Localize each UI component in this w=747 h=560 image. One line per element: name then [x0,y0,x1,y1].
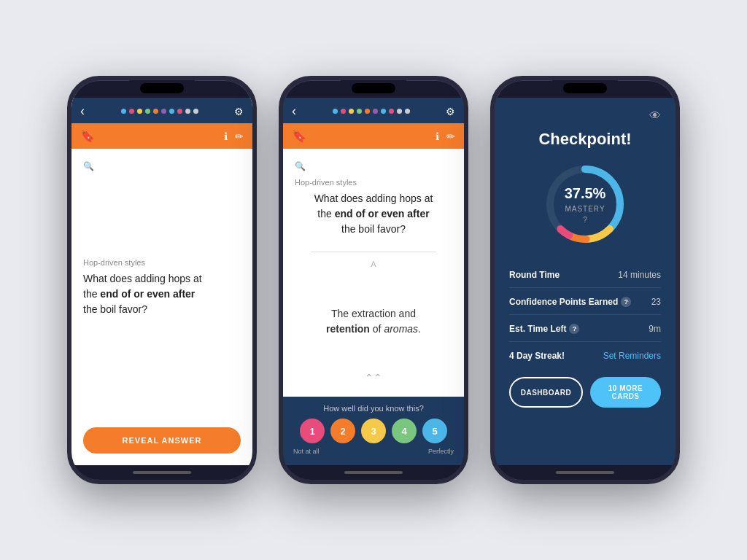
search-icon-1: 🔍 [83,161,94,171]
info-icon-1[interactable]: ℹ [224,131,228,142]
rating-perfectly-label: Perfectly [428,448,454,455]
dynamic-island-2 [352,83,395,93]
mastery-label-text: MASTERY [565,205,605,213]
streak-text: 4 Day Streak! [509,351,565,361]
notch-1 [129,80,195,96]
back-button-1[interactable]: ‹ [80,104,85,119]
screen-2: ‹ ⚙ 🔖 ℹ ✏ [283,98,464,465]
dashboard-button[interactable]: DASHBOARD [509,377,583,408]
card-area-1: 🔍 Hop-driven styles What does adding hop… [71,149,252,419]
mastery-percent-value: 37.5% [565,185,606,201]
dot-2-4 [357,109,362,114]
dot-2-7 [381,109,386,114]
rating-btn-2[interactable]: 2 [330,419,355,443]
answer-icon-2: A [295,260,452,268]
phone-bottom-3 [495,465,676,480]
dot-2-2 [341,109,346,114]
phone-1: ‹ ⚙ 🔖 ℹ ✏ [67,76,257,484]
top-nav-1: ‹ ⚙ [71,98,252,123]
edit-icon-1[interactable]: ✏ [235,131,244,142]
dot-2 [129,109,134,114]
dot-6 [161,109,166,114]
phone-bottom-2 [283,465,464,480]
dot-2-3 [349,109,354,114]
action-buttons: DASHBOARD 10 MORE CARDS [509,377,661,415]
checkpoint-title: Checkpoint! [509,130,661,149]
top-nav-2: ‹ ⚙ [283,98,464,123]
edit-icon-2[interactable]: ✏ [446,131,455,142]
dot-10 [193,109,198,114]
settings-icon-1[interactable]: ⚙ [234,106,244,117]
confidence-points-label: Confidence Points Earned ? [509,297,631,307]
rating-buttons-2: 1 2 3 4 5 [292,419,455,443]
rating-prompt-2: How well did you know this? [292,404,455,413]
reveal-answer-button[interactable]: REVEAL ANSWER [83,427,241,454]
dot-3 [137,109,142,114]
stat-row-time-left: Est. Time Left ? 9m [509,316,661,342]
mastery-circle: 37.5% MASTERY ? [541,160,629,248]
dot-2-9 [397,109,402,114]
dot-2-1 [333,109,338,114]
info-icon-2[interactable]: ℹ [436,131,439,142]
divider-2 [311,252,437,252]
est-time-left-value: 9m [649,324,661,334]
search-row-2: 🔍 [295,159,452,172]
more-cards-button[interactable]: 10 MORE CARDS [590,377,661,408]
checkpoint-top-nav: 👁 [509,109,661,122]
phone-bottom-1 [71,465,252,480]
mastery-help-icon[interactable]: ? [565,216,606,224]
mastery-container: 37.5% MASTERY ? [509,160,661,248]
set-reminders-link[interactable]: Set Reminders [603,351,661,361]
orange-bar-1: 🔖 ℹ ✏ [71,123,252,149]
answer-text-2: The extraction and retention of aromas. [295,274,452,369]
notch-3 [552,80,618,96]
confidence-help-icon[interactable]: ? [621,297,631,307]
mastery-text: 37.5% MASTERY ? [565,185,606,224]
dot-5 [153,109,158,114]
rating-not-at-all-label: Not at all [293,448,320,455]
dot-4 [145,109,150,114]
phone-3: 👁 Checkpoint! 37.5% [490,76,680,484]
est-time-left-label: Est. Time Left ? [509,324,579,334]
category-label-1: Hop-driven styles [83,258,241,267]
search-icon-2: 🔍 [295,161,306,171]
settings-icon-2[interactable]: ⚙ [446,106,455,117]
rating-btn-1[interactable]: 1 [300,419,325,443]
dot-1 [121,109,126,114]
question-text-2: What does adding hops at the end of or e… [295,191,452,237]
collapse-arrows-2[interactable]: ⌃⌃ [295,369,452,386]
screen-1: ‹ ⚙ 🔖 ℹ ✏ [71,98,252,465]
est-time-help-icon[interactable]: ? [569,324,579,334]
orange-bar-actions-2: ℹ ✏ [436,131,455,142]
dot-9 [185,109,190,114]
home-bar-3 [556,471,614,474]
home-bar-2 [344,471,403,474]
stat-row-round-time: Round Time 14 minutes [509,262,661,288]
rating-bar-2: How well did you know this? 1 2 3 4 5 No… [283,397,464,465]
rating-btn-4[interactable]: 4 [392,419,417,443]
eye-icon[interactable]: 👁 [649,109,661,122]
dynamic-island-3 [563,83,607,93]
dynamic-island-1 [140,83,184,93]
confidence-points-value: 23 [651,297,661,307]
category-label-2: Hop-driven styles [295,178,452,187]
streak-row: 4 Day Streak! Set Reminders [509,343,661,368]
stat-row-confidence: Confidence Points Earned ? 23 [509,289,661,315]
round-time-label: Round Time [509,270,560,280]
rating-btn-3[interactable]: 3 [361,419,386,443]
notch-2 [341,80,406,96]
bookmark-icon-1[interactable]: 🔖 [80,129,95,143]
dot-2-10 [405,109,410,114]
stats-section: Round Time 14 minutes Confidence Points … [509,262,661,454]
search-row-1: 🔍 [83,159,241,172]
round-time-value: 14 minutes [618,270,661,280]
rating-btn-5[interactable]: 5 [422,419,447,443]
orange-bar-actions-1: ℹ ✏ [224,131,244,142]
dot-2-8 [389,109,394,114]
rating-end-labels-2: Not at all Perfectly [292,448,455,455]
dot-2-6 [373,109,378,114]
bookmark-icon-2[interactable]: 🔖 [292,129,306,143]
back-button-2[interactable]: ‹ [292,104,296,119]
card-area-2: 🔍 Hop-driven styles What does adding hop… [283,149,464,397]
dot-8 [177,109,182,114]
